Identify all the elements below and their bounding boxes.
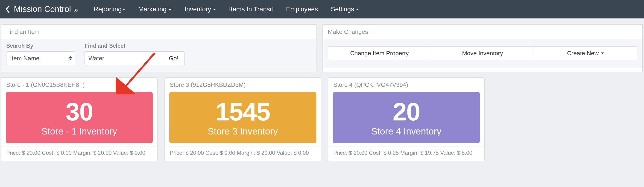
store-inventory-label: Store 4 Inventory: [335, 126, 478, 136]
nav-item-label: Reporting: [94, 6, 122, 13]
find-select-group: Find and Select Go!: [84, 42, 185, 65]
store-inventory-label: Store 3 Inventory: [172, 126, 314, 136]
store-cards-row: Store - 1 (GN0C15B8KEH8T)30Store - 1 Inv…: [0, 72, 644, 161]
store-card-footer: Price: $ 20.00 Cost: $ 0.00 Margin: $ 20…: [165, 146, 321, 161]
find-item-panel: Find an Item Search By Item Name Find an…: [1, 24, 316, 72]
search-by-select[interactable]: Item Name: [6, 51, 75, 65]
nav-item-marketing[interactable]: Marketing: [132, 0, 178, 19]
nav-item-label: Items In Transit: [229, 6, 273, 13]
chevron-down-icon: [122, 9, 125, 10]
store-card: Store 3 (912G8HKBDZD3M)1545Store 3 Inven…: [164, 78, 321, 161]
button-label: Create New: [567, 50, 599, 57]
nav-back-button[interactable]: [4, 4, 10, 14]
store-card-title: Store - 1 (GN0C15B8KEH8T): [1, 78, 157, 92]
store-inventory-count: 30: [8, 99, 150, 124]
find-panel-body: Search By Item Name Find and Select Go!: [1, 39, 316, 72]
store-card: Store - 1 (GN0C15B8KEH8T)30Store - 1 Inv…: [1, 78, 158, 161]
find-input-group: Go!: [84, 51, 185, 65]
search-by-select-wrap: Item Name: [6, 51, 75, 65]
top-navbar: Mission Control » ReportingMarketingInve…: [0, 0, 644, 19]
chevron-down-icon: [213, 9, 216, 10]
nav-item-employees[interactable]: Employees: [280, 0, 324, 19]
create-new-button[interactable]: Create New: [534, 46, 637, 60]
make-changes-panel: Make Changes Change Item PropertyMove In…: [322, 24, 642, 72]
move-inventory-button[interactable]: Move Inventory: [431, 46, 534, 60]
nav-brand[interactable]: Mission Control »: [14, 4, 78, 14]
store-card: Store 4 (QPCKFVG47V394)20Store 4 Invento…: [328, 78, 484, 161]
button-label: Change Item Property: [350, 50, 408, 57]
chevron-down-icon: [168, 9, 172, 10]
button-label: Move Inventory: [462, 50, 503, 57]
search-by-group: Search By Item Name: [6, 42, 75, 65]
nav-brand-suffix: »: [74, 6, 78, 13]
changes-button-group: Change Item PropertyMove InventoryCreate…: [328, 46, 637, 60]
nav-item-label: Inventory: [184, 6, 211, 13]
nav-item-inventory[interactable]: Inventory: [178, 0, 222, 19]
select-sort-icon: [69, 56, 72, 60]
nav-item-label: Marketing: [138, 6, 166, 13]
store-card-footer: Price: $ 20.00 Cost: $ 0.00 Margin: $ 20…: [1, 146, 157, 161]
change-item-property-button[interactable]: Change Item Property: [328, 46, 431, 60]
store-inventory-tile[interactable]: 20Store 4 Inventory: [333, 92, 480, 143]
store-card-footer: Price: $ 20.00 Cost: $ 0.25 Margin: $ 19…: [328, 146, 484, 161]
find-panel-title: Find an Item: [1, 25, 316, 39]
search-by-label: Search By: [6, 42, 75, 49]
chevron-down-icon: [356, 9, 359, 10]
store-inventory-count: 1545: [172, 99, 314, 124]
nav-items: ReportingMarketingInventoryItems In Tran…: [87, 0, 366, 19]
panels-row: Find an Item Search By Item Name Find an…: [0, 19, 644, 72]
changes-panel-body: Change Item PropertyMove InventoryCreate…: [323, 39, 642, 68]
find-item-input[interactable]: [84, 51, 163, 65]
nav-brand-text: Mission Control: [14, 4, 71, 14]
store-inventory-label: Store - 1 Inventory: [8, 126, 150, 136]
chevron-down-icon: [601, 52, 604, 54]
store-inventory-tile[interactable]: 30Store - 1 Inventory: [6, 92, 153, 143]
nav-item-items-in-transit[interactable]: Items In Transit: [222, 0, 280, 19]
store-inventory-tile[interactable]: 1545Store 3 Inventory: [169, 92, 316, 143]
nav-item-label: Employees: [286, 6, 318, 13]
nav-item-label: Settings: [331, 6, 354, 13]
store-inventory-count: 20: [335, 99, 478, 124]
changes-panel-title: Make Changes: [323, 25, 642, 39]
chevron-left-icon: [5, 6, 10, 13]
go-button[interactable]: Go!: [163, 51, 185, 65]
find-select-label: Find and Select: [84, 42, 185, 49]
nav-item-settings[interactable]: Settings: [324, 0, 366, 19]
nav-item-reporting[interactable]: Reporting: [87, 0, 132, 19]
store-card-title: Store 4 (QPCKFVG47V394): [328, 78, 484, 92]
store-card-title: Store 3 (912G8HKBDZD3M): [165, 78, 321, 92]
